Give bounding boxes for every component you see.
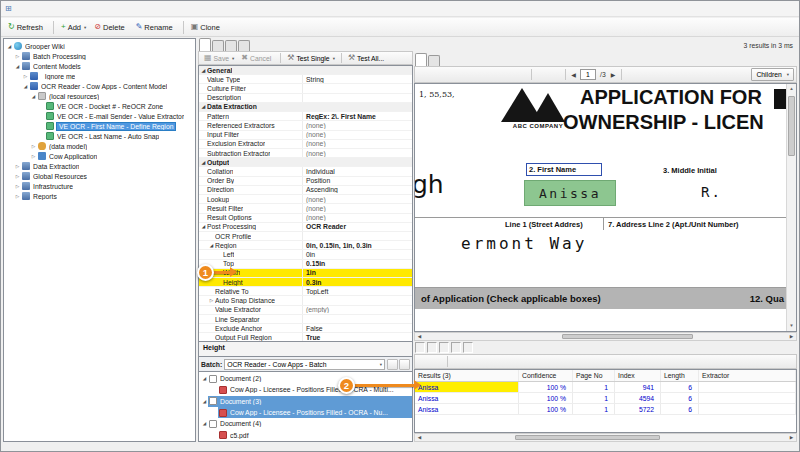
tree-item-data-extraction[interactable]: ▷ Data Extraction (4, 161, 195, 171)
batch-item-document-4[interactable]: ◢ Document (4) (199, 418, 412, 429)
tab-scripting[interactable] (212, 40, 224, 51)
tree-item-ve-ocr-last-name-auto-snap[interactable]: VE OCR - Last Name - Auto Snap (4, 131, 195, 141)
Collation[interactable]: Collation Individual (199, 167, 412, 176)
tree-item-content-models[interactable]: ◢ Content Models (4, 61, 195, 71)
batch-item-c5-pdf[interactable]: c5.pdf (199, 429, 412, 440)
column-header[interactable]: Page No (573, 370, 615, 381)
layers-icon[interactable] (639, 68, 652, 81)
expander-icon[interactable]: ▷ (30, 144, 37, 149)
Value Extractor[interactable]: Value Extractor (empty) (199, 306, 412, 315)
Exclude Anchor[interactable]: Exclude Anchor False (199, 324, 412, 333)
Auto Snap Distance[interactable]: ▷ Auto Snap Distance (199, 296, 412, 305)
toolbar-button-refresh[interactable]: ↻ Refresh (4, 19, 50, 35)
scroll-down-icon[interactable]: ▼ (787, 321, 796, 331)
expander-icon[interactable]: ◢ (200, 160, 207, 165)
toolbar-button-test-all[interactable]: ⚒ Test All... (345, 52, 390, 64)
batch-item-document-3[interactable]: ◢ Document (3) (199, 396, 412, 407)
Left[interactable]: Left 0in (199, 250, 412, 259)
tree-item-ve-ocr-e-mail-sender-value-extractor[interactable]: VE OCR - E-mail Sender - Value Extractor (4, 111, 195, 121)
Order By[interactable]: Order By Position (199, 177, 412, 186)
rotate-cw-icon[interactable] (535, 68, 548, 81)
tree-item-ocr-reader-cow-apps-content-model[interactable]: ◢ OCR Reader - Cow Apps - Content Model (4, 81, 195, 91)
property-value[interactable]: RegEx: 2\. First Name (303, 113, 412, 120)
property-value[interactable]: Individual (303, 168, 412, 175)
tree-item-ve-ocr-docket-reocr-zone[interactable]: VE OCR - Docket # - ReOCR Zone (4, 101, 195, 111)
viewer-tab-test-view[interactable] (428, 55, 440, 66)
expander-icon[interactable]: ◢ (14, 64, 21, 69)
expander-icon[interactable]: ▷ (22, 74, 29, 79)
property-value[interactable]: String (303, 76, 412, 83)
property-value[interactable]: (none) (303, 150, 412, 157)
batch-menu-icon[interactable] (387, 359, 398, 370)
batch-item-cow-app-licensee-positions-filled-ocra-nu[interactable]: Cow App - Licensee - Positions Filled - … (199, 407, 412, 418)
expander-icon[interactable]: ◢ (208, 243, 215, 248)
tree-item-data-model[interactable]: ▷ (data model) (4, 141, 195, 151)
edit-icon[interactable] (451, 355, 464, 368)
scroll-up-icon[interactable]: ▲ (787, 84, 796, 94)
vertical-scroll-thumb[interactable] (788, 96, 795, 156)
Result Options[interactable]: Result Options (none) (199, 214, 412, 223)
Input Filter[interactable]: Input Filter (none) (199, 131, 412, 140)
tree-item-local-resources[interactable]: ◢ (local resources) (4, 91, 195, 101)
Post Processing[interactable]: ◢ Post Processing OCR Reader (199, 223, 412, 232)
Region[interactable]: ◢ Region 0in, 0.15in, 1in, 0.3in (199, 241, 412, 250)
expander-icon[interactable]: ◢ (6, 44, 13, 49)
property-value[interactable]: OCR Reader (303, 223, 412, 230)
Subtraction Extractor[interactable]: Subtraction Extractor (none) (199, 149, 412, 158)
expander-icon[interactable]: ▷ (14, 184, 21, 189)
scroll-right-icon[interactable]: ▶ (787, 334, 796, 339)
property-value[interactable]: (none) (303, 214, 412, 221)
expander-icon[interactable]: ◢ (22, 84, 29, 89)
fit-width-icon[interactable] (473, 68, 486, 81)
expander-icon[interactable]: ◢ (200, 68, 207, 73)
tree-item-global-resources[interactable]: ▷ Global Resources (4, 171, 195, 181)
toolbar-button-clone[interactable]: ▣ Clone (187, 19, 227, 35)
scope-selector[interactable]: Children ▾ (751, 68, 794, 81)
menu-item-file[interactable] (15, 1, 29, 16)
Exclusion Extractor[interactable]: Exclusion Extractor (none) (199, 140, 412, 149)
tree-item-grooper-wiki[interactable]: ◢ Grooper Wiki (4, 41, 195, 51)
expander-icon[interactable]: ◢ (200, 224, 207, 229)
scroll-left-icon[interactable]: ◀ (415, 334, 424, 339)
page-number-input[interactable]: 1 (580, 69, 596, 80)
property-value[interactable]: (empty) (303, 306, 412, 313)
property-value[interactable]: 0in, 0.15in, 1in, 0.3in (303, 242, 412, 249)
column-header[interactable]: Results (3) (415, 370, 519, 381)
expander-icon[interactable]: ▷ (14, 194, 21, 199)
tree-item-reports[interactable]: ▷ Reports (4, 191, 195, 201)
expander-icon[interactable]: ▷ (14, 54, 21, 59)
Lookup[interactable]: Lookup (none) (199, 195, 412, 204)
property-value[interactable]: Position (303, 177, 412, 184)
result-row-anissa[interactable]: Anissa 100 % 1 5722 6 (415, 404, 796, 415)
auto-test-icon[interactable] (431, 355, 444, 368)
property-value[interactable]: Ascending (303, 186, 412, 193)
tab-data-type[interactable] (199, 38, 211, 51)
scroll-track[interactable] (424, 434, 787, 441)
results-horizontal-scrollbar[interactable]: ◀ ▶ (414, 433, 797, 442)
batch-item-document-2[interactable]: ◢ Document (2) (199, 373, 412, 384)
vertical-scrollbar[interactable]: ▲ ▼ (786, 84, 796, 331)
grid-view-icon[interactable] (515, 68, 528, 81)
export-icon[interactable] (507, 355, 520, 368)
toolbar-button-save[interactable]: ▦ Save ▾ (201, 52, 237, 64)
column-header[interactable]: Confidence (519, 370, 573, 381)
menu-item-help[interactable] (57, 1, 71, 16)
General[interactable]: ◢ General (199, 66, 412, 75)
tree-item-ve-ocr-first-name-define-region[interactable]: VE OCR - First Name - Define Region (4, 121, 195, 131)
property-value[interactable]: 1in (303, 269, 412, 276)
scroll-left-icon[interactable]: ◀ (415, 435, 424, 440)
marquee-zoom-icon[interactable] (459, 68, 472, 81)
result-row-anissa[interactable]: Anissa 100 % 1 941 6 (415, 382, 796, 393)
tree-item-ignore-me[interactable]: ▷ _Ignore me (4, 71, 195, 81)
extraction-region-highlight[interactable]: Anissa (524, 180, 616, 206)
expander-icon[interactable]: ◢ (200, 104, 207, 109)
scroll-right-icon[interactable]: ▶ (787, 435, 796, 440)
Output[interactable]: ◢ Output (199, 158, 412, 167)
Relative To[interactable]: Relative To TopLeft (199, 287, 412, 296)
scroll-track[interactable] (424, 333, 787, 340)
property-value[interactable]: 0.3in (303, 279, 412, 286)
Pattern[interactable]: Pattern RegEx: 2\. First Name (199, 112, 412, 121)
fit-height-icon[interactable] (487, 68, 500, 81)
Value Type[interactable]: Value Type String (199, 75, 412, 84)
horizontal-scroll-thumb[interactable] (562, 334, 693, 339)
